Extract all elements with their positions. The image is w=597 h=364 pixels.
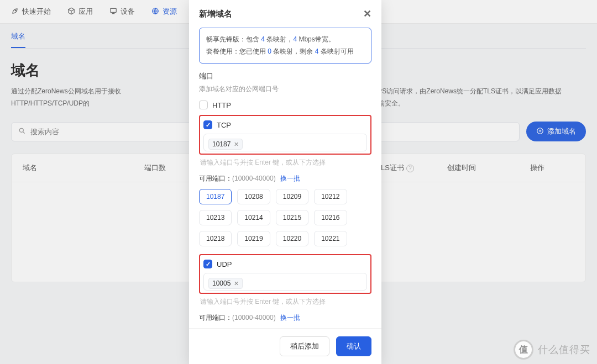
confirm-button[interactable]: 确认: [336, 336, 371, 356]
port-chip[interactable]: 10213: [199, 210, 232, 225]
watermark: 值 什么值得买: [514, 340, 590, 360]
http-checkbox-row[interactable]: HTTP: [199, 101, 371, 109]
port-chip[interactable]: 10208: [237, 189, 270, 204]
port-chip[interactable]: 10215: [276, 210, 308, 225]
udp-checkbox-row[interactable]: UDP: [203, 260, 367, 268]
http-label: HTTP: [212, 101, 231, 109]
http-checkbox[interactable]: [199, 101, 208, 109]
tcp-checkbox[interactable]: [203, 120, 212, 129]
tcp-port-grid: 1018710208102091021210213102141021510216…: [199, 189, 371, 246]
port-section-title: 端口: [199, 71, 371, 81]
port-chip[interactable]: 10212: [314, 189, 347, 204]
port-chip[interactable]: 10214: [237, 210, 270, 225]
port-chip[interactable]: 10220: [276, 231, 308, 246]
udp-tag: 10005 ✕: [208, 278, 243, 289]
udp-tag-input[interactable]: 10005 ✕: [203, 273, 367, 291]
add-domain-modal: 新增域名 ✕ 畅享先锋版：包含 4 条映射，4 Mbps带宽。 套餐使用：您已使…: [189, 0, 381, 364]
udp-available-ports: 可用端口：(10000-40000)换一批: [199, 313, 371, 323]
port-chip[interactable]: 10209: [276, 189, 308, 204]
tcp-swap-button[interactable]: 换一批: [280, 175, 300, 182]
watermark-text: 什么值得买: [538, 343, 590, 356]
tcp-tag: 10187 ✕: [208, 139, 243, 150]
udp-input-placeholder: 请输入端口号并按 Enter 键，或从下方选择: [199, 294, 371, 307]
port-chip[interactable]: 10218: [199, 231, 232, 246]
udp-highlight: UDP 10005 ✕: [199, 254, 371, 294]
watermark-badge: 值: [514, 340, 533, 360]
port-chip[interactable]: 10187: [199, 189, 232, 204]
udp-checkbox[interactable]: [203, 260, 212, 268]
tcp-highlight: TCP 10187 ✕: [199, 115, 371, 155]
tcp-label: TCP: [217, 121, 231, 129]
port-chip[interactable]: 10219: [237, 231, 270, 246]
remove-tag-icon[interactable]: ✕: [234, 141, 239, 148]
tip-box: 畅享先锋版：包含 4 条映射，4 Mbps带宽。 套餐使用：您已使用 0 条映射…: [199, 28, 371, 64]
add-later-button[interactable]: 稍后添加: [280, 336, 329, 356]
close-icon[interactable]: ✕: [363, 8, 371, 20]
port-chip[interactable]: 10221: [314, 231, 347, 246]
port-chip[interactable]: 10216: [314, 210, 347, 225]
tcp-checkbox-row[interactable]: TCP: [203, 120, 367, 129]
udp-swap-button[interactable]: 换一批: [280, 314, 300, 321]
tcp-input-placeholder: 请输入端口号并按 Enter 键，或从下方选择: [199, 155, 371, 167]
tcp-available-ports: 可用端口：(10000-40000)换一批: [199, 174, 371, 183]
udp-label: UDP: [217, 260, 232, 268]
tcp-tag-input[interactable]: 10187 ✕: [203, 134, 367, 151]
port-section-hint: 添加域名对应的公网端口号: [199, 85, 371, 94]
remove-tag-icon[interactable]: ✕: [234, 280, 239, 287]
modal-title: 新增域名: [199, 9, 232, 19]
